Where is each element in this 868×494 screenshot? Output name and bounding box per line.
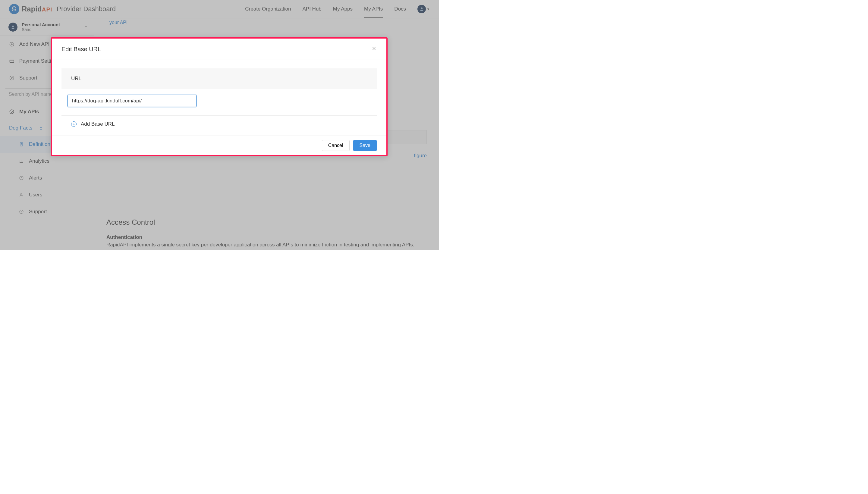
edit-base-url-modal: Edit Base URL URL + Add Base URL Cancel … bbox=[51, 37, 388, 156]
save-button[interactable]: Save bbox=[353, 140, 377, 151]
plus-circle-icon: + bbox=[71, 121, 77, 127]
add-base-url-button[interactable]: + Add Base URL bbox=[61, 115, 377, 136]
modal-title: Edit Base URL bbox=[61, 46, 101, 53]
cancel-button[interactable]: Cancel bbox=[322, 140, 350, 151]
base-url-input[interactable] bbox=[68, 95, 197, 107]
add-base-url-label: Add Base URL bbox=[81, 121, 114, 127]
url-column-header: URL bbox=[61, 69, 377, 89]
close-icon[interactable] bbox=[371, 45, 377, 53]
